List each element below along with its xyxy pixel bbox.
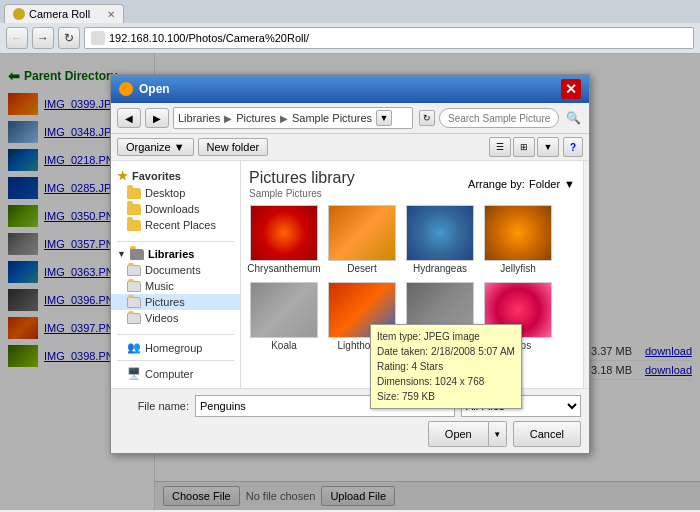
arrange-dropdown-icon[interactable]: ▼ xyxy=(564,178,575,190)
downloads-icon xyxy=(127,204,141,215)
dialog-nav-toolbar: ◀ ▶ Libraries ▶ Pictures ▶ Sample Pictur… xyxy=(111,103,589,134)
libraries-expand-icon: ▼ xyxy=(117,249,126,259)
tab-close-btn[interactable]: ✕ xyxy=(107,9,115,20)
videos-label: Videos xyxy=(145,312,178,324)
nav-item-recent-places[interactable]: Recent Places xyxy=(111,217,240,233)
view-grid-button[interactable]: ⊞ xyxy=(513,137,535,157)
nav-item-homegroup[interactable]: 👥 Homegroup xyxy=(111,339,240,356)
dialog-title-bar: Open ✕ xyxy=(111,75,589,103)
picture-thumbnail xyxy=(328,205,396,261)
picture-thumb[interactable]: Desert xyxy=(327,205,397,274)
cancel-button[interactable]: Cancel xyxy=(513,421,581,447)
nav-divider-2 xyxy=(117,334,234,335)
breadcrumb-refresh-button[interactable]: ↻ xyxy=(419,110,435,126)
dialog-forward-button[interactable]: ▶ xyxy=(145,108,169,128)
picture-thumbnail xyxy=(484,205,552,261)
arrange-by-bar: Arrange by: Folder ▼ xyxy=(468,178,575,190)
picture-name: Desert xyxy=(347,263,376,274)
documents-label: Documents xyxy=(145,264,201,276)
open-button[interactable]: Open xyxy=(428,421,489,447)
new-folder-button[interactable]: New folder xyxy=(198,138,269,156)
nav-item-documents[interactable]: Documents xyxy=(111,262,240,278)
favorites-label: Favorites xyxy=(132,170,181,182)
favorites-star-icon: ★ xyxy=(117,169,128,183)
forward-button[interactable]: → xyxy=(32,27,54,49)
tab-label: Camera Roll xyxy=(29,8,90,20)
pictures-label: Pictures xyxy=(145,296,185,308)
downloads-label: Downloads xyxy=(145,203,199,215)
dialog-file-toolbar: Organize ▼ New folder ☰ ⊞ ▼ ? xyxy=(111,134,589,161)
documents-icon xyxy=(127,265,141,276)
dialog-title-icon xyxy=(119,82,133,96)
scrollbar[interactable] xyxy=(583,161,589,388)
dialog-nav-panel: ★ Favorites Desktop Downloads xyxy=(111,161,241,388)
picture-name: Hydrangeas xyxy=(413,263,467,274)
back-button[interactable]: ← xyxy=(6,27,28,49)
dialog-actions: Open ▼ Cancel xyxy=(119,421,581,447)
picture-thumb[interactable]: Jellyfish xyxy=(483,205,553,274)
videos-icon xyxy=(127,313,141,324)
search-icon[interactable]: 🔍 xyxy=(563,108,583,128)
breadcrumb-pictures[interactable]: Pictures xyxy=(236,112,276,124)
picture-thumb[interactable]: Chrysanthemum xyxy=(249,205,319,274)
homegroup-icon: 👥 xyxy=(127,341,141,354)
picture-name: Koala xyxy=(271,340,297,351)
dialog-body: ★ Favorites Desktop Downloads xyxy=(111,161,589,388)
filename-label: File name: xyxy=(119,400,189,412)
libraries-section: ▼ Libraries Documents Music xyxy=(111,246,240,326)
view-buttons: ☰ ⊞ ▼ xyxy=(489,137,559,157)
dialog-back-button[interactable]: ◀ xyxy=(117,108,141,128)
organize-button[interactable]: Organize ▼ xyxy=(117,138,194,156)
nav-item-computer[interactable]: 🖥️ Computer xyxy=(111,365,240,382)
breadcrumb-sep-2: ▶ xyxy=(280,113,288,124)
view-list-button[interactable]: ☰ xyxy=(489,137,511,157)
picture-name: Chrysanthemum xyxy=(247,263,320,274)
modal-overlay: Open ✕ ◀ ▶ Libraries ▶ Pictures ▶ Sample… xyxy=(0,54,700,510)
desktop-icon xyxy=(127,188,141,199)
computer-icon: 🖥️ xyxy=(127,367,141,380)
browser-tab[interactable]: Camera Roll ✕ xyxy=(4,4,124,23)
favorites-header[interactable]: ★ Favorites xyxy=(111,167,240,185)
tooltip-type: Item type: JPEG image xyxy=(377,329,515,344)
nav-item-desktop[interactable]: Desktop xyxy=(111,185,240,201)
dialog-title-label: Open xyxy=(139,82,170,96)
breadcrumb-dropdown-button[interactable]: ▼ xyxy=(376,110,392,126)
nav-item-pictures[interactable]: Pictures xyxy=(111,294,240,310)
files-subtitle: Sample Pictures xyxy=(249,188,355,199)
dialog-close-button[interactable]: ✕ xyxy=(561,79,581,99)
open-dropdown-button[interactable]: ▼ xyxy=(489,421,507,447)
nav-item-videos[interactable]: Videos xyxy=(111,310,240,326)
address-bar[interactable]: 192.168.10.100/Photos/Camera%20Roll/ xyxy=(84,27,694,49)
open-file-dialog: Open ✕ ◀ ▶ Libraries ▶ Pictures ▶ Sample… xyxy=(110,74,590,454)
picture-thumbnail xyxy=(250,282,318,338)
picture-thumb[interactable]: Hydrangeas xyxy=(405,205,475,274)
libraries-header[interactable]: ▼ Libraries xyxy=(111,246,240,262)
arrange-value[interactable]: Folder xyxy=(529,178,560,190)
nav-item-downloads[interactable]: Downloads xyxy=(111,201,240,217)
computer-label: Computer xyxy=(145,368,193,380)
address-icon xyxy=(91,31,105,45)
tab-favicon xyxy=(13,8,25,20)
music-label: Music xyxy=(145,280,174,292)
open-button-group: Open ▼ xyxy=(428,421,507,447)
tab-bar: Camera Roll ✕ xyxy=(0,0,700,23)
pictures-icon xyxy=(127,297,141,308)
browser-toolbar: ← → ↻ 192.168.10.100/Photos/Camera%20Rol… xyxy=(0,23,700,53)
files-title-block: Pictures library Sample Pictures xyxy=(249,169,355,199)
recent-places-icon xyxy=(127,220,141,231)
help-button[interactable]: ? xyxy=(563,137,583,157)
recent-places-label: Recent Places xyxy=(145,219,216,231)
files-library-title: Pictures library xyxy=(249,169,355,187)
picture-thumb[interactable]: Koala xyxy=(249,282,319,351)
address-text: 192.168.10.100/Photos/Camera%20Roll/ xyxy=(109,32,309,44)
view-dropdown-button[interactable]: ▼ xyxy=(537,137,559,157)
picture-name: Jellyfish xyxy=(500,263,536,274)
dialog-title-left: Open xyxy=(119,82,170,96)
arrange-label: Arrange by: xyxy=(468,178,525,190)
breadcrumb-libraries[interactable]: Libraries xyxy=(178,112,220,124)
refresh-button[interactable]: ↻ xyxy=(58,27,80,49)
nav-item-music[interactable]: Music xyxy=(111,278,240,294)
dialog-files-area: Pictures library Sample Pictures Arrange… xyxy=(241,161,583,388)
search-input[interactable] xyxy=(439,108,559,128)
breadcrumb-sample-pictures[interactable]: Sample Pictures xyxy=(292,112,372,124)
